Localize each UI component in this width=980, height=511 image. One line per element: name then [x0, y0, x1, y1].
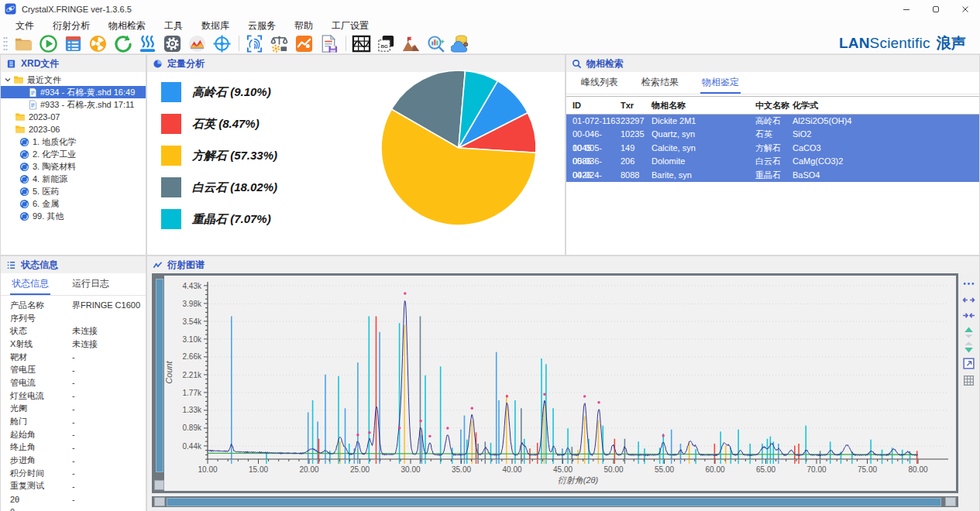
- quantitative-analysis-panel: 定量分析 高岭石 (9.10%)石英 (8.47%)方解石 (57.33%)白云…: [147, 55, 565, 255]
- refresh-icon[interactable]: [113, 34, 132, 53]
- analysis-chart-icon[interactable]: [294, 34, 314, 53]
- table-cell: BaSO4: [793, 169, 895, 196]
- status-tab-1[interactable]: 运行日志: [70, 273, 111, 295]
- settings-gear-icon[interactable]: [163, 34, 182, 53]
- column-header: 物相名称: [652, 97, 755, 114]
- expand-horizontal-icon[interactable]: [962, 293, 975, 307]
- table-row[interactable]: 00-036-0426206Dolomite白云石CaMg(CO3)2: [566, 155, 979, 168]
- window-title: CrystalX.FRINGE ver-1.3.6.5: [22, 5, 132, 14]
- cloud-database-icon[interactable]: [451, 34, 470, 53]
- menu-item-6[interactable]: 帮助: [285, 18, 322, 33]
- minimize-button[interactable]: [892, 0, 921, 18]
- spectrum-search-icon[interactable]: [426, 34, 445, 53]
- open-folder-icon[interactable]: [14, 34, 33, 53]
- chevron-down-icon[interactable]: [4, 76, 12, 84]
- file-icon: [29, 87, 37, 98]
- chart-horizontal-scrollbar[interactable]: [152, 496, 958, 507]
- maximize-button[interactable]: [921, 0, 951, 18]
- tree-item-node[interactable]: 3. 陶瓷材料: [1, 160, 146, 173]
- x-tick-label: 65.00: [756, 465, 775, 474]
- status-value: -: [72, 391, 146, 400]
- status-label: 步进角: [1, 454, 72, 466]
- chart-vertical-scrollbar[interactable]: [154, 276, 164, 491]
- tree-item-label: #933 - 石棉-灰.shd 17:11: [40, 99, 134, 111]
- save-report-icon[interactable]: [319, 34, 339, 53]
- column-header: [895, 97, 979, 114]
- peak-search-icon[interactable]: [401, 34, 421, 53]
- collapse-horizontal-icon[interactable]: [962, 309, 975, 322]
- phase-tab-0[interactable]: 峰线列表: [579, 72, 620, 94]
- folder-icon: [15, 112, 26, 122]
- chart-vscroll-button[interactable]: [154, 480, 164, 490]
- menu-item-1[interactable]: 衍射分析: [43, 18, 99, 33]
- table-cell: Dickite 2M1: [652, 115, 755, 128]
- table-cell: 23297: [621, 115, 652, 128]
- panel-title: 定量分析: [167, 57, 205, 70]
- fingerprint-scan-icon[interactable]: [245, 34, 264, 53]
- menu-item-5[interactable]: 云服务: [239, 18, 285, 33]
- toolbar-grip-icon[interactable]: [2, 35, 9, 52]
- status-row: 舱门-: [1, 415, 146, 428]
- tree-item-node[interactable]: 2. 化学工业: [1, 148, 146, 160]
- phase-search-panel: 物相检索 峰线列表检索结果物相鉴定 IDTxr物相名称中文名称化学式01-072…: [566, 55, 979, 255]
- chart-vscroll-thumb[interactable]: [156, 279, 163, 472]
- table-row[interactable]: 00-046-104510235Quartz, syn石英SiO2: [566, 128, 979, 141]
- tree-item-node[interactable]: 99. 其他: [1, 210, 146, 222]
- x-tick-label: 50.00: [603, 465, 623, 474]
- tree-item-file[interactable]: #934 - 石棉-黄.shd 16:49: [1, 86, 146, 98]
- pattern-grid-icon[interactable]: [352, 34, 371, 53]
- menu-item-4[interactable]: 数据库: [192, 18, 239, 33]
- panel-title: XRD文件: [21, 57, 59, 70]
- tree-item-node[interactable]: 最近文件: [1, 74, 146, 86]
- cloud-category-icon: [19, 211, 29, 221]
- menu-item-7[interactable]: 工厂设置: [322, 18, 378, 33]
- status-tab-0[interactable]: 状态信息: [10, 273, 50, 295]
- chart-hscroll-left-button[interactable]: [154, 497, 165, 506]
- fullscreen-icon[interactable]: [962, 357, 975, 370]
- close-button[interactable]: [951, 0, 980, 18]
- chart-hscroll-thumb[interactable]: [167, 498, 941, 506]
- more-dots-icon[interactable]: [962, 277, 975, 290]
- background-subtract-icon[interactable]: BG: [377, 34, 396, 53]
- task-form-icon[interactable]: [64, 34, 83, 53]
- shift-down-icon[interactable]: [962, 341, 975, 354]
- menu-item-3[interactable]: 工具: [155, 18, 192, 33]
- y-tick-label: 0.44k: [183, 442, 202, 451]
- y-tick-label: 4.43k: [183, 282, 202, 290]
- legend-label: 重晶石 (7.07%): [192, 212, 271, 227]
- tree-item-node[interactable]: 2023-06: [1, 123, 146, 135]
- phase-tab-1[interactable]: 检索结果: [640, 72, 680, 94]
- panel-title: 物相检索: [586, 57, 624, 70]
- cloud-category-icon: [19, 149, 29, 159]
- menu-item-0[interactable]: 文件: [6, 18, 43, 33]
- tree-item-node[interactable]: 4. 新能源: [1, 173, 146, 185]
- xray-radiation-icon[interactable]: [88, 34, 108, 53]
- grid-view-icon[interactable]: [962, 374, 975, 387]
- chart-hscroll-right-button[interactable]: [945, 497, 956, 506]
- x-tick-label: 55.00: [655, 465, 674, 474]
- balance-scale-icon[interactable]: [270, 34, 289, 53]
- tree-item-node[interactable]: 5. 医药: [1, 185, 146, 197]
- heating-icon[interactable]: [138, 34, 157, 53]
- run-measurement-icon[interactable]: [39, 34, 58, 53]
- phase-tab-2[interactable]: 物相鉴定: [700, 72, 741, 94]
- folder-icon: [13, 75, 24, 84]
- status-label: X射线: [1, 338, 72, 350]
- tree-item-node[interactable]: 2023-07: [1, 111, 146, 123]
- table-row[interactable]: 00-005-0586149Calcite, syn方解石CaCO3: [566, 142, 979, 155]
- y-axis-title: Count: [164, 360, 174, 383]
- status-label: 重复测试: [1, 480, 72, 492]
- tree-item-node[interactable]: 1. 地质化学: [1, 135, 146, 148]
- table-row[interactable]: 00-024-10358088Barite, syn重晶石BaSO4: [566, 169, 979, 182]
- tree-item-label: 2. 化学工业: [33, 149, 76, 160]
- tree-item-file[interactable]: #933 - 石棉-灰.shd 17:11: [1, 98, 146, 111]
- x-tick-label: 80.00: [908, 465, 927, 474]
- status-row: 状态未连接: [1, 324, 146, 338]
- area-chart-icon[interactable]: [187, 34, 207, 53]
- app-window: CrystalX.FRINGE ver-1.3.6.5 文件衍射分析物相检索工具…: [0, 0, 980, 511]
- shift-up-icon[interactable]: [962, 326, 975, 339]
- table-row[interactable]: 01-072-116323297Dickite 2M1高岭石Al2Si2O5(O…: [566, 115, 979, 128]
- tree-item-node[interactable]: 6. 金属: [1, 197, 146, 210]
- goniometer-crosshair-icon[interactable]: [212, 34, 232, 53]
- menu-item-2[interactable]: 物相检索: [99, 18, 155, 33]
